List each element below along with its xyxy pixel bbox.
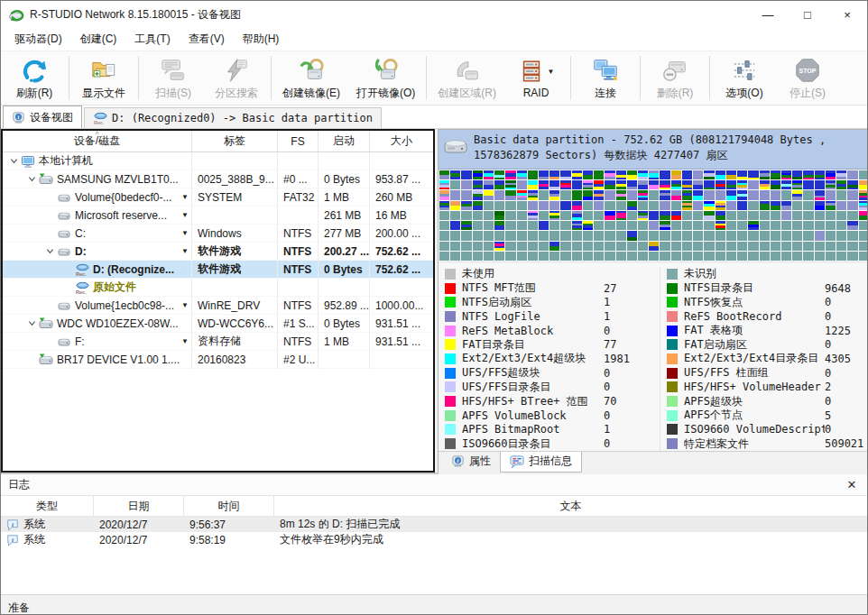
device-tree-row[interactable]: F:▼资料存储NTFS1 MB931.51 ...: [3, 333, 433, 351]
label-cell: WD-WCC6Y6...: [192, 315, 278, 333]
scan-block: [539, 252, 549, 261]
device-tree-row[interactable]: Volume{1ecb0c98-...▼WinRE_DRVNTFS952.89 …: [3, 297, 433, 315]
log-time-cell: 9:56:37: [184, 517, 274, 532]
scan-block: [517, 221, 527, 230]
column-header-label[interactable]: 标签: [192, 131, 278, 151]
connect-button[interactable]: 连接: [574, 52, 637, 104]
scan-block: [704, 211, 714, 220]
create-image-button[interactable]: 创建镜像(E): [274, 52, 348, 104]
device-tree-row[interactable]: BR17 DEVICE V1.00 1....20160823#2 U...: [3, 351, 433, 369]
scan-block: [815, 201, 825, 210]
scan-tab-1[interactable]: i属性: [442, 452, 500, 472]
scan-block: [439, 221, 449, 230]
device-tree-row[interactable]: Volume{0bedecf0-...▼SYSTEMFAT321 MB260 M…: [3, 188, 433, 207]
show-files-button[interactable]: 显示文件: [72, 52, 135, 104]
device-tree-row[interactable]: WDC WD10EZEX-08W...WD-WCC6Y6...#1 S...0 …: [3, 315, 433, 333]
legend-item: Ext2/Ext3/Ext4超级块1981: [445, 352, 660, 366]
toolbar-button-label: 显示文件: [82, 86, 125, 101]
row-dropdown-icon[interactable]: ▼: [181, 301, 189, 309]
scan-block: [726, 231, 736, 240]
refresh-button[interactable]: 刷新(R): [3, 52, 66, 104]
scan-block: [836, 211, 846, 220]
maximize-button[interactable]: □: [788, 1, 827, 28]
scan-block: [781, 221, 791, 230]
view-tab-1[interactable]: i设备视图: [3, 106, 82, 128]
row-dropdown-icon[interactable]: ▼: [181, 337, 189, 345]
scan-block: [439, 180, 449, 189]
legend-item: APFS BitmapRoot1: [445, 423, 660, 437]
scan-block: [803, 231, 813, 240]
column-header-boot[interactable]: 启动: [319, 131, 370, 151]
view-tab-bar: i设备视图Rec.D: (Recognized0) -> Basic data …: [1, 106, 867, 129]
open-image-button[interactable]: 打开镜像(O): [348, 52, 423, 104]
scan-block: [748, 231, 758, 240]
row-dropdown-icon[interactable]: ▼: [181, 193, 189, 201]
log-column-time[interactable]: 时间: [184, 496, 274, 516]
device-tree-row[interactable]: Microsoft reserve...▼261 MB16 MB: [3, 207, 433, 225]
scan-block: [649, 180, 659, 189]
scan-block-map[interactable]: [439, 170, 868, 262]
log-row[interactable]: i系统2020/12/79:56:378m 12s 的 D: 扫描已完成: [1, 517, 867, 532]
scan-block: [726, 252, 736, 261]
partition-search-icon: [223, 56, 250, 85]
toolbar-button-label: RAID: [523, 87, 549, 99]
log-column-text[interactable]: 文本: [274, 496, 867, 516]
scan-block: [560, 231, 570, 240]
scan-block: [484, 221, 494, 230]
expand-chevron-icon[interactable]: [42, 247, 57, 255]
label-cell: Windows: [192, 225, 278, 243]
device-tree-row[interactable]: Rec.原始文件: [3, 279, 433, 297]
create-region-icon: [454, 56, 481, 85]
device-tree-row[interactable]: C:▼WindowsNTFS277 MB200.00 ...: [3, 225, 433, 243]
scan-block: [682, 231, 692, 240]
raid-button[interactable]: ▼RAID: [504, 52, 568, 104]
menu-item-2[interactable]: 创建(C): [71, 29, 126, 50]
expand-chevron-icon[interactable]: [6, 157, 21, 165]
boot-cell: [319, 279, 370, 297]
row-dropdown-icon[interactable]: ▼: [181, 229, 189, 237]
options-button[interactable]: 选项(O): [713, 52, 776, 104]
scan-block: [771, 201, 780, 210]
scan-block: [549, 201, 559, 210]
scan-legend: 未使用NTFS MFT范围27NTFS启动扇区1NTFS LogFile1ReF…: [439, 262, 868, 451]
menu-item-5[interactable]: 帮助(H): [234, 29, 289, 50]
menu-item-3[interactable]: 工具(T): [125, 29, 179, 50]
device-tree-row[interactable]: D:▼软件游戏NTFS200.27 ...752.62 ...: [3, 243, 433, 261]
legend-color-swatch: [667, 368, 678, 379]
toolbar-button-label: 停止(S): [790, 86, 826, 101]
scan-block: [682, 211, 692, 220]
scan-tab-2[interactable]: 扫描信息: [500, 452, 582, 473]
close-button[interactable]: ×: [827, 1, 867, 28]
legend-color-swatch: [667, 396, 678, 407]
dropdown-arrow-icon[interactable]: ▼: [548, 68, 555, 76]
scan-block: [737, 221, 747, 230]
device-tree-row[interactable]: SAMSUNG MZVLB1T0...0025_388B_9...#0 ...0…: [3, 170, 433, 188]
legend-count: 0: [604, 325, 660, 337]
device-tree-row[interactable]: 本地计算机: [3, 152, 433, 170]
column-header-fs[interactable]: FS: [278, 131, 319, 151]
scan-block: [704, 170, 714, 179]
menu-item-1[interactable]: 驱动器(D): [5, 29, 71, 50]
log-close-icon[interactable]: ✕: [844, 478, 860, 491]
column-header-device[interactable]: ˄设备/磁盘: [3, 131, 192, 151]
log-row[interactable]: i系统2020/12/79:58:19文件枚举在9秒内完成: [1, 532, 867, 547]
scan-block: [505, 190, 515, 199]
device-tree-row[interactable]: Rec.D: (Recognize...软件游戏NTFS0 Bytes752.6…: [3, 261, 433, 279]
row-dropdown-icon[interactable]: ▼: [181, 211, 189, 219]
toolbar-separator: [69, 56, 69, 100]
view-tab-2[interactable]: Rec.D: (Recognized0) -> Basic data parti…: [84, 107, 382, 128]
scan-block: [815, 180, 825, 189]
toolbar-button-label: 连接: [595, 86, 616, 101]
expand-chevron-icon[interactable]: [24, 319, 39, 327]
log-column-date[interactable]: 日期: [94, 496, 184, 516]
scan-block: [815, 211, 825, 220]
row-dropdown-icon[interactable]: ▼: [181, 247, 189, 255]
log-column-type[interactable]: 类型: [1, 496, 94, 516]
minimize-button[interactable]: —: [748, 1, 788, 28]
scan-block: [450, 170, 460, 179]
menu-item-4[interactable]: 查看(V): [180, 29, 234, 50]
scan-block: [627, 201, 637, 210]
scan-block: [594, 221, 604, 230]
column-header-size[interactable]: 大小: [370, 131, 433, 151]
expand-chevron-icon[interactable]: [24, 175, 39, 183]
